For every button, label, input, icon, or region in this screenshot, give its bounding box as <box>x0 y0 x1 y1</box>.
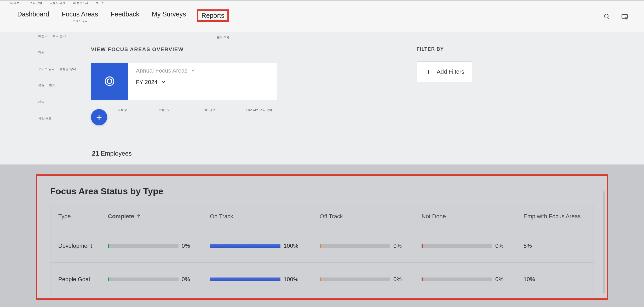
report-title: Focus Area Status by Type <box>50 186 594 196</box>
percent-value: 100% <box>284 243 299 249</box>
tab-feedback[interactable]: Feedback <box>109 9 141 19</box>
cell-on-track: 100% <box>210 243 320 249</box>
tab-label: Dashboard <box>17 10 49 18</box>
progress-bar <box>108 244 179 248</box>
cell-type: People Goal <box>58 276 108 283</box>
status-table: Type Complete On Track Off Track Not Don… <box>50 204 594 296</box>
progress-bar <box>320 244 390 248</box>
add-filters-button[interactable]: ＋ Add Filters <box>417 61 472 82</box>
percent-value: 0% <box>182 276 197 283</box>
overview-region: 필터 추가 이번의주요 분야 직원 포커스 영역유형별 상태 유형전체 개발 사… <box>0 32 644 164</box>
add-focus-area-button[interactable]: + <box>91 109 107 125</box>
percent-value: 100% <box>284 276 299 283</box>
chevron-down-icon <box>161 79 165 86</box>
table-header: Type Complete On Track Off Track Not Don… <box>50 204 594 229</box>
sort-asc-icon <box>137 213 141 220</box>
cell-off-track: 0% <box>320 243 422 249</box>
filter-panel: FILTER BY ＋ Add Filters <box>417 46 472 82</box>
progress-bar <box>210 278 280 281</box>
period-dropdown[interactable]: FY 2024 <box>136 79 269 86</box>
topbar: Dashboard Focus Areas 포커스 영역 Feedback My… <box>0 1 644 32</box>
tab-reports[interactable]: Reports <box>197 9 229 22</box>
dropdown-label: Annual Focus Areas <box>136 67 187 74</box>
topbar-right <box>603 13 628 20</box>
employee-count: 21 Employees <box>92 150 132 157</box>
percent-value: 0% <box>182 243 197 249</box>
report-region: Focus Area Status by Type Type Complete … <box>0 164 644 307</box>
percent-value: 0% <box>495 243 511 249</box>
chevron-down-icon <box>191 67 195 74</box>
target-icon <box>91 63 128 100</box>
svg-point-5 <box>107 79 112 84</box>
percent-value: 0% <box>495 276 511 283</box>
add-filters-label: Add Filters <box>437 68 464 75</box>
tab-label: My Surveys <box>152 10 186 18</box>
report-focus-area-status: Focus Area Status by Type Type Complete … <box>36 174 608 300</box>
cell-complete: 0% <box>108 276 210 283</box>
display-settings-icon[interactable] <box>621 13 628 20</box>
cell-on-track: 100% <box>210 276 320 283</box>
tab-sublabel: 포커스 영역 <box>72 19 88 23</box>
col-complete[interactable]: Complete <box>108 213 210 220</box>
progress-bar <box>422 278 492 281</box>
employee-count-value: 21 <box>92 150 99 157</box>
progress-bar <box>108 278 179 281</box>
focus-area-dropdown[interactable]: Annual Focus Areas <box>136 67 269 74</box>
scrollbar[interactable] <box>603 191 605 293</box>
progress-bar <box>210 244 280 248</box>
cell-off-track: 0% <box>320 276 422 283</box>
dropdown-label: FY 2024 <box>136 79 158 86</box>
employee-count-label: Employees <box>101 150 132 157</box>
svg-point-4 <box>105 77 114 86</box>
cell-not-done: 0% <box>422 243 524 249</box>
tab-my-surveys[interactable]: My Surveys <box>150 9 188 19</box>
cell-complete: 0% <box>108 243 210 249</box>
plus-icon: + <box>96 112 102 123</box>
percent-value: 0% <box>393 243 409 249</box>
cell-emp-with: 10% <box>524 276 602 283</box>
cell-emp-with: 5% <box>524 243 602 249</box>
table-row[interactable]: Development0%100%0%0%5% <box>50 229 594 262</box>
progress-bar <box>422 244 492 248</box>
ko-engagement-column: 이번의주요 분야 직원 포커스 영역유형별 상태 유형전체 개발 사람 목표 <box>38 34 90 133</box>
col-type[interactable]: Type <box>58 213 108 220</box>
col-emp-with[interactable]: Emp with Focus Areas <box>524 213 602 220</box>
tab-dashboard[interactable]: Dashboard <box>16 9 51 19</box>
ko-overlay-strip: 대시보드 주요 분야 사용자 의견 내 설문조사 보고서 <box>10 1 105 5</box>
filter-by-title: FILTER BY <box>417 46 472 52</box>
search-icon[interactable] <box>603 13 611 20</box>
percent-value: 0% <box>393 276 409 283</box>
focus-config-card: Annual Focus Areas FY 2024 <box>91 63 277 100</box>
overview-title: VIEW FOCUS AREAS OVERVIEW <box>91 46 183 52</box>
cell-not-done: 0% <box>422 276 524 283</box>
col-not-done[interactable]: Not Done <box>422 213 524 220</box>
ko-tiny-labels: 추적 중 트랙 끄기 1985 완료 Emp with 주요 분야 <box>118 108 272 112</box>
svg-point-0 <box>604 14 608 18</box>
tab-focus-areas[interactable]: Focus Areas 포커스 영역 <box>60 9 100 24</box>
cell-type: Development <box>58 243 108 249</box>
plus-icon: ＋ <box>425 67 432 77</box>
tab-label: Feedback <box>111 10 139 18</box>
filter-add-label: 필터 추가 <box>217 36 229 39</box>
col-off-track[interactable]: Off Track <box>320 213 422 220</box>
svg-line-1 <box>608 17 609 19</box>
tab-label: Reports <box>202 12 225 19</box>
nav-tabs: Dashboard Focus Areas 포커스 영역 Feedback My… <box>16 9 229 24</box>
tab-label: Focus Areas <box>62 10 98 18</box>
progress-bar <box>320 278 390 281</box>
table-row[interactable]: People Goal0%100%0%0%10% <box>50 262 594 296</box>
col-on-track[interactable]: On Track <box>210 213 320 220</box>
